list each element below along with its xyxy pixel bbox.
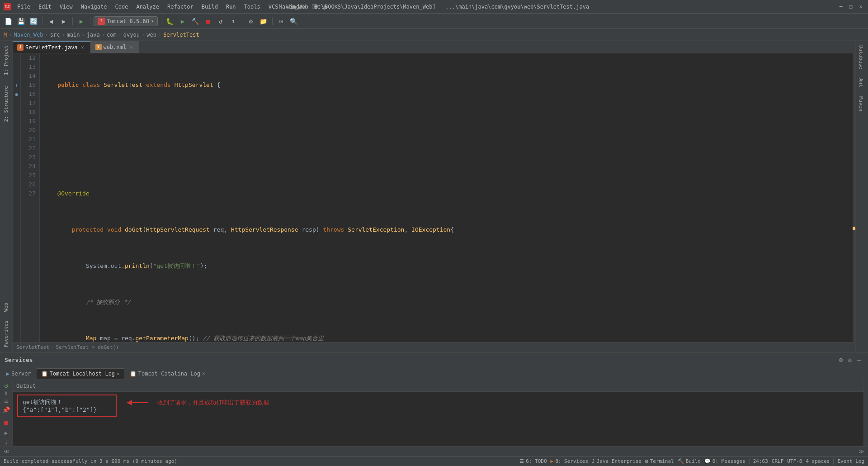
output-annotation-arrow — [126, 398, 153, 407]
close-button[interactable]: ✕ — [857, 3, 864, 10]
breadcrumb-arrow: › — [51, 344, 54, 350]
expand-right-button[interactable]: ≫ — [859, 448, 864, 455]
maximize-button[interactable]: □ — [847, 3, 854, 10]
run-button[interactable]: ▶ — [76, 16, 87, 27]
menu-build[interactable]: Build — [198, 3, 222, 11]
sidebar-tab-database[interactable]: Database — [856, 41, 868, 74]
back-button[interactable]: ◀ — [46, 16, 57, 27]
breadcrumb-servlettest[interactable]: ServletTest — [163, 32, 199, 38]
sidebar-tab-structure[interactable]: 2: Structure — [1, 81, 11, 126]
status-charset[interactable]: UTF-8 — [787, 458, 802, 464]
expand-left-button[interactable]: ≪ — [4, 448, 9, 455]
breadcrumb-web[interactable]: web — [146, 32, 156, 38]
save-button[interactable]: 💾 — [15, 16, 26, 27]
output-annotation-text: 收到了请求，并且成功打印出了获取的数据 — [157, 399, 269, 407]
pin-button[interactable]: 📌 — [1, 406, 12, 414]
fullscreen-button[interactable]: ⊡ — [276, 16, 287, 27]
tab-close-tomcat-catalina[interactable]: ✕ — [202, 371, 205, 376]
menu-file[interactable]: File — [14, 3, 34, 11]
scroll-down-button[interactable]: ↓ — [1, 438, 12, 445]
gutter-16: ● — [13, 90, 20, 99]
code-editor[interactable]: public class ServletTest extends HttpSer… — [40, 53, 853, 342]
services-status-icon: ▶ — [551, 458, 554, 464]
sync-button[interactable]: 🔄 — [28, 16, 39, 27]
breadcrumb-maven-web[interactable]: Maven_Web — [14, 32, 43, 38]
tab-close-webxml[interactable]: ✕ — [128, 44, 134, 50]
status-indent[interactable]: 4 spaces — [806, 458, 830, 464]
sidebar-tab-web[interactable]: Web — [1, 298, 11, 316]
tab-close-servlettest[interactable]: ✕ — [80, 44, 86, 51]
services-tab-server[interactable]: ▶ Server — [2, 369, 36, 379]
status-todo[interactable]: ☰ 6: TODO — [519, 458, 547, 464]
todo-label: 6: TODO — [526, 458, 547, 464]
breadcrumb-main[interactable]: main — [67, 32, 80, 38]
sidebar-tab-favorites[interactable]: Favorites — [1, 316, 11, 352]
tomcat-icon: T — [98, 18, 105, 25]
menu-navigate[interactable]: Navigate — [77, 3, 111, 11]
breadcrumb-com[interactable]: com — [107, 32, 117, 38]
status-position[interactable]: 24:63 — [753, 458, 768, 464]
tomcat-label: Tomcat 8.5.68 — [107, 18, 149, 24]
services-tabs-container: ▶ Server 📋 Tomcat Localhost Log ✕ 📋 Tomc… — [2, 367, 210, 380]
project-structure-button[interactable]: 📁 — [258, 16, 269, 27]
restart-button[interactable]: ↺ — [1, 382, 12, 389]
breadcrumb-java[interactable]: java — [87, 32, 100, 38]
debug-button[interactable]: 🐛 — [165, 16, 175, 27]
tab-close-tomcat-localhost[interactable]: ✕ — [117, 371, 120, 377]
tomcat-run-config[interactable]: T Tomcat 8.5.68 ▾ — [94, 16, 158, 26]
services-expand-button[interactable]: ⊕ — [836, 356, 845, 365]
stop-service-button[interactable]: ■ — [1, 419, 12, 426]
menu-run[interactable]: Run — [222, 3, 240, 11]
menu-tools[interactable]: Tools — [241, 3, 264, 11]
status-bar-right: ☰ 6: TODO ▶ 8: Services J Java Enterpris… — [519, 458, 864, 465]
output-label: Output — [16, 383, 36, 389]
services-tab-tomcat-localhost[interactable]: 📋 Tomcat Localhost Log ✕ — [37, 368, 124, 379]
line-num-22: 22 — [24, 144, 36, 153]
tomcat-localhost-icon: 📋 — [41, 371, 48, 377]
tomcat-localhost-label: Tomcat Localhost Log — [50, 371, 115, 377]
sidebar-tab-ant[interactable]: Ant — [856, 74, 868, 92]
services-minimize-button[interactable]: ─ — [854, 356, 863, 365]
breadcrumb-qvyou[interactable]: qvyou — [123, 32, 140, 38]
status-services[interactable]: ▶ 8: Services — [551, 458, 588, 464]
breadcrumb-src[interactable]: src — [50, 32, 60, 38]
status-event-log[interactable]: Event Log — [837, 458, 864, 464]
status-terminal[interactable]: ⊡ Terminal — [645, 458, 674, 464]
services-settings-button[interactable]: ⚙ — [845, 356, 854, 365]
menu-analyze[interactable]: Analyze — [132, 3, 163, 11]
menu-view[interactable]: View — [56, 3, 76, 11]
toolbar-separator-6 — [272, 17, 273, 25]
reload-button[interactable]: ↺ — [215, 16, 226, 27]
tab-servlettest-java[interactable]: J ServletTest.java ✕ — [13, 41, 91, 53]
minimize-button[interactable]: ─ — [837, 3, 844, 10]
new-file-button[interactable]: 📄 — [3, 16, 14, 27]
output-line-1: get被访问啦！ — [23, 398, 111, 406]
search-everywhere-button[interactable]: 🔍 — [288, 16, 299, 27]
update-button[interactable]: ⬆ — [228, 16, 239, 27]
sidebar-tab-project[interactable]: 1: Project — [1, 41, 11, 80]
forward-button[interactable]: ▶ — [58, 16, 69, 27]
sidebar-tab-maven[interactable]: Maven — [856, 92, 868, 116]
gutter-27 — [13, 189, 20, 198]
output-scrollbar[interactable] — [863, 380, 868, 446]
status-build[interactable]: 🔨 Build — [678, 458, 701, 464]
tab-web-xml[interactable]: X web.xml ✕ — [91, 41, 140, 53]
tab-webxml-label: web.xml — [104, 44, 127, 50]
menu-refactor[interactable]: Refactor — [164, 3, 197, 11]
status-java-enterprise[interactable]: J Java Enterprise — [592, 458, 642, 464]
editor-tab-bar: J ServletTest.java ✕ X web.xml ✕ — [13, 41, 855, 53]
menu-edit[interactable]: Edit — [35, 3, 55, 11]
gutter-19 — [13, 117, 20, 126]
settings-button[interactable]: ⚙ — [245, 16, 256, 27]
expand-output-button[interactable]: ▶ — [5, 430, 8, 436]
services-tab-tomcat-catalina[interactable]: 📋 Tomcat Catalina Log ✕ — [125, 369, 210, 379]
menu-code[interactable]: Code — [112, 3, 132, 11]
build-label: Build — [686, 458, 701, 464]
status-crlf[interactable]: CRLF — [772, 458, 784, 464]
status-messages[interactable]: 💬 0: Messages — [704, 458, 745, 464]
run-config-button[interactable]: ▶ — [177, 16, 188, 27]
build-button[interactable]: 🔨 — [190, 16, 201, 27]
toolbar-separator-2 — [72, 17, 73, 25]
tree-view-button[interactable]: ≡ — [1, 397, 12, 404]
stop-button[interactable]: ■ — [203, 16, 213, 27]
